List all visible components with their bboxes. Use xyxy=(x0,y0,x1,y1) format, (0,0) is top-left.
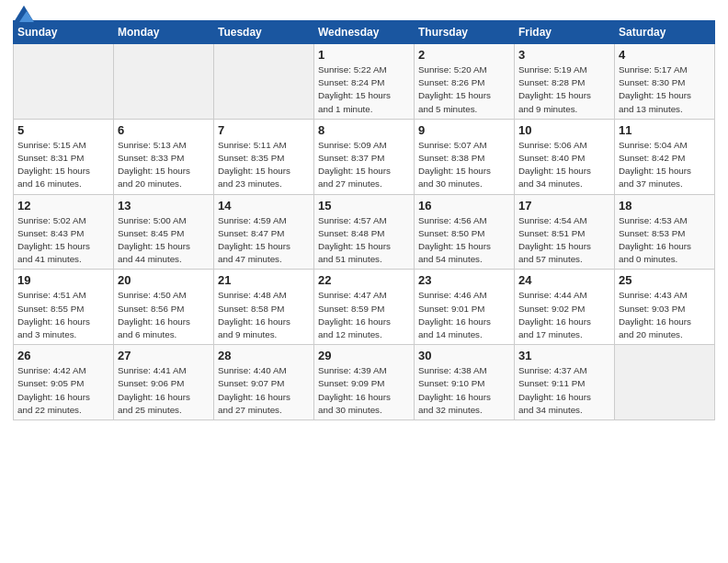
day-cell xyxy=(14,44,114,120)
day-number: 14 xyxy=(218,199,310,213)
day-number: 29 xyxy=(318,349,410,362)
day-cell: 8Sunrise: 5:09 AM Sunset: 8:37 PM Daylig… xyxy=(314,119,415,194)
day-cell: 9Sunrise: 5:07 AM Sunset: 8:38 PM Daylig… xyxy=(415,119,515,194)
day-cell: 26Sunrise: 4:42 AM Sunset: 9:05 PM Dayli… xyxy=(14,345,114,420)
day-number: 18 xyxy=(619,199,711,213)
calendar-table: SundayMondayTuesdayWednesdayThursdayFrid… xyxy=(13,20,715,420)
day-cell: 31Sunrise: 4:37 AM Sunset: 9:11 PM Dayli… xyxy=(515,345,615,420)
day-detail: Sunrise: 4:59 AM Sunset: 8:47 PM Dayligh… xyxy=(218,214,310,267)
day-cell: 14Sunrise: 4:59 AM Sunset: 8:47 PM Dayli… xyxy=(214,194,314,270)
header-cell-wednesday: Wednesday xyxy=(314,21,415,44)
day-cell xyxy=(114,44,214,120)
week-row-4: 19Sunrise: 4:51 AM Sunset: 8:55 PM Dayli… xyxy=(14,270,715,345)
day-number: 1 xyxy=(318,48,410,62)
header-cell-monday: Monday xyxy=(114,21,214,44)
day-cell: 28Sunrise: 4:40 AM Sunset: 9:07 PM Dayli… xyxy=(214,345,314,420)
day-detail: Sunrise: 5:22 AM Sunset: 8:24 PM Dayligh… xyxy=(318,63,410,116)
day-number: 12 xyxy=(17,199,109,213)
day-cell: 23Sunrise: 4:46 AM Sunset: 9:01 PM Dayli… xyxy=(415,270,515,345)
day-number: 19 xyxy=(17,273,109,287)
header xyxy=(13,9,715,17)
day-number: 27 xyxy=(118,349,210,362)
day-detail: Sunrise: 4:40 AM Sunset: 9:07 PM Dayligh… xyxy=(218,364,310,417)
day-detail: Sunrise: 5:20 AM Sunset: 8:26 PM Dayligh… xyxy=(418,63,510,116)
day-number: 8 xyxy=(318,123,410,137)
day-detail: Sunrise: 4:38 AM Sunset: 9:10 PM Dayligh… xyxy=(418,364,510,417)
day-number: 21 xyxy=(218,273,310,287)
day-number: 7 xyxy=(218,123,310,137)
day-cell: 10Sunrise: 5:06 AM Sunset: 8:40 PM Dayli… xyxy=(515,119,615,194)
day-detail: Sunrise: 5:11 AM Sunset: 8:35 PM Dayligh… xyxy=(218,139,310,191)
day-cell: 21Sunrise: 4:48 AM Sunset: 8:58 PM Dayli… xyxy=(214,270,314,345)
day-number: 16 xyxy=(418,199,510,213)
day-number: 13 xyxy=(118,199,210,213)
day-cell: 5Sunrise: 5:15 AM Sunset: 8:31 PM Daylig… xyxy=(14,119,114,194)
day-number: 24 xyxy=(518,273,610,287)
week-row-5: 26Sunrise: 4:42 AM Sunset: 9:05 PM Dayli… xyxy=(14,345,715,420)
day-number: 17 xyxy=(518,199,610,213)
day-number: 31 xyxy=(518,349,610,362)
week-row-2: 5Sunrise: 5:15 AM Sunset: 8:31 PM Daylig… xyxy=(14,119,715,194)
day-number: 15 xyxy=(318,199,410,213)
header-cell-saturday: Saturday xyxy=(615,21,715,44)
day-detail: Sunrise: 5:13 AM Sunset: 8:33 PM Dayligh… xyxy=(118,139,210,191)
day-cell: 18Sunrise: 4:53 AM Sunset: 8:53 PM Dayli… xyxy=(615,194,715,270)
day-detail: Sunrise: 4:42 AM Sunset: 9:05 PM Dayligh… xyxy=(17,364,109,417)
day-number: 11 xyxy=(619,123,711,137)
day-cell: 20Sunrise: 4:50 AM Sunset: 8:56 PM Dayli… xyxy=(114,270,214,345)
day-number: 25 xyxy=(619,273,711,287)
day-detail: Sunrise: 4:41 AM Sunset: 9:06 PM Dayligh… xyxy=(118,364,210,417)
day-cell: 1Sunrise: 5:22 AM Sunset: 8:24 PM Daylig… xyxy=(314,44,415,120)
day-detail: Sunrise: 4:57 AM Sunset: 8:48 PM Dayligh… xyxy=(318,214,410,267)
header-cell-tuesday: Tuesday xyxy=(214,21,314,44)
day-cell: 12Sunrise: 5:02 AM Sunset: 8:43 PM Dayli… xyxy=(14,194,114,270)
day-detail: Sunrise: 4:47 AM Sunset: 8:59 PM Dayligh… xyxy=(318,289,410,341)
logo xyxy=(13,9,34,17)
logo-icon xyxy=(14,6,34,22)
day-detail: Sunrise: 5:04 AM Sunset: 8:42 PM Dayligh… xyxy=(619,139,711,191)
day-number: 4 xyxy=(619,48,711,62)
day-number: 9 xyxy=(418,123,510,137)
day-detail: Sunrise: 4:56 AM Sunset: 8:50 PM Dayligh… xyxy=(418,214,510,267)
day-cell: 7Sunrise: 5:11 AM Sunset: 8:35 PM Daylig… xyxy=(214,119,314,194)
day-detail: Sunrise: 4:54 AM Sunset: 8:51 PM Dayligh… xyxy=(518,214,610,267)
day-detail: Sunrise: 5:07 AM Sunset: 8:38 PM Dayligh… xyxy=(418,139,510,191)
day-number: 3 xyxy=(518,48,610,62)
day-cell: 19Sunrise: 4:51 AM Sunset: 8:55 PM Dayli… xyxy=(14,270,114,345)
day-number: 26 xyxy=(17,349,109,362)
week-row-1: 1Sunrise: 5:22 AM Sunset: 8:24 PM Daylig… xyxy=(14,44,715,120)
day-number: 20 xyxy=(118,273,210,287)
day-cell: 3Sunrise: 5:19 AM Sunset: 8:28 PM Daylig… xyxy=(515,44,615,120)
header-cell-sunday: Sunday xyxy=(14,21,114,44)
day-cell: 2Sunrise: 5:20 AM Sunset: 8:26 PM Daylig… xyxy=(415,44,515,120)
day-number: 2 xyxy=(418,48,510,62)
page-container: SundayMondayTuesdayWednesdayThursdayFrid… xyxy=(0,0,728,426)
day-cell: 15Sunrise: 4:57 AM Sunset: 8:48 PM Dayli… xyxy=(314,194,415,270)
day-detail: Sunrise: 5:09 AM Sunset: 8:37 PM Dayligh… xyxy=(318,139,410,191)
day-number: 22 xyxy=(318,273,410,287)
day-detail: Sunrise: 4:39 AM Sunset: 9:09 PM Dayligh… xyxy=(318,364,410,417)
day-detail: Sunrise: 5:06 AM Sunset: 8:40 PM Dayligh… xyxy=(518,139,610,191)
day-number: 10 xyxy=(518,123,610,137)
day-detail: Sunrise: 5:19 AM Sunset: 8:28 PM Dayligh… xyxy=(518,63,610,116)
header-cell-friday: Friday xyxy=(515,21,615,44)
day-detail: Sunrise: 4:48 AM Sunset: 8:58 PM Dayligh… xyxy=(218,289,310,341)
day-cell: 6Sunrise: 5:13 AM Sunset: 8:33 PM Daylig… xyxy=(114,119,214,194)
day-detail: Sunrise: 5:17 AM Sunset: 8:30 PM Dayligh… xyxy=(619,63,711,116)
day-cell xyxy=(214,44,314,120)
day-detail: Sunrise: 4:44 AM Sunset: 9:02 PM Dayligh… xyxy=(518,289,610,341)
day-cell: 22Sunrise: 4:47 AM Sunset: 8:59 PM Dayli… xyxy=(314,270,415,345)
day-number: 6 xyxy=(118,123,210,137)
day-cell: 30Sunrise: 4:38 AM Sunset: 9:10 PM Dayli… xyxy=(415,345,515,420)
day-cell: 24Sunrise: 4:44 AM Sunset: 9:02 PM Dayli… xyxy=(515,270,615,345)
day-detail: Sunrise: 5:00 AM Sunset: 8:45 PM Dayligh… xyxy=(118,214,210,267)
day-cell: 11Sunrise: 5:04 AM Sunset: 8:42 PM Dayli… xyxy=(615,119,715,194)
day-cell: 17Sunrise: 4:54 AM Sunset: 8:51 PM Dayli… xyxy=(515,194,615,270)
day-cell: 4Sunrise: 5:17 AM Sunset: 8:30 PM Daylig… xyxy=(615,44,715,120)
day-detail: Sunrise: 5:15 AM Sunset: 8:31 PM Dayligh… xyxy=(17,139,109,191)
calendar-header-row: SundayMondayTuesdayWednesdayThursdayFrid… xyxy=(14,21,715,44)
day-cell: 13Sunrise: 5:00 AM Sunset: 8:45 PM Dayli… xyxy=(114,194,214,270)
week-row-3: 12Sunrise: 5:02 AM Sunset: 8:43 PM Dayli… xyxy=(14,194,715,270)
header-cell-thursday: Thursday xyxy=(415,21,515,44)
day-cell xyxy=(615,345,715,420)
